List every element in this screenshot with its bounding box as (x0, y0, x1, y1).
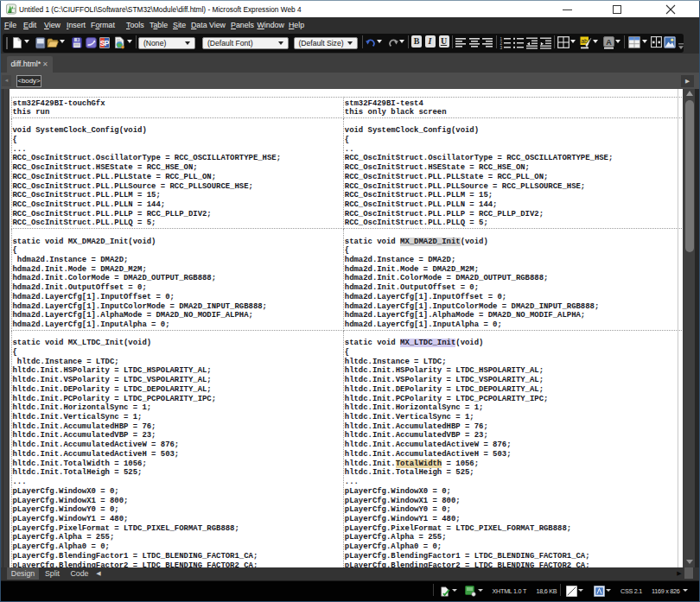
svg-text:A: A (606, 38, 612, 47)
svg-text:P: P (105, 38, 110, 47)
svg-text:3: 3 (500, 45, 503, 48)
